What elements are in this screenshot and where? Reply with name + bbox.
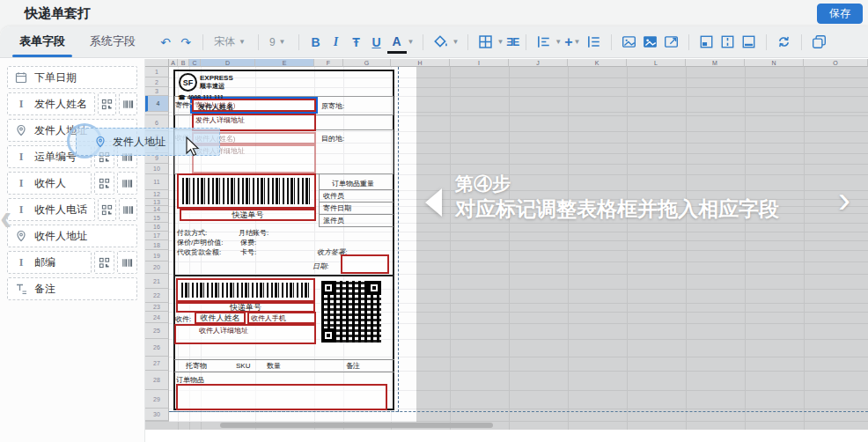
column-header-J[interactable]: J bbox=[509, 59, 568, 67]
column-header-G[interactable]: G bbox=[343, 59, 391, 67]
font-size-select[interactable]: 9▼ bbox=[266, 36, 291, 48]
order-items-field[interactable] bbox=[176, 384, 387, 410]
row-header-26[interactable]: 26 bbox=[145, 339, 169, 357]
column-header-L[interactable]: L bbox=[627, 59, 686, 67]
collapse-sidebar-icon[interactable]: ‹ bbox=[0, 200, 11, 235]
row-header-10[interactable]: 10 bbox=[145, 164, 169, 174]
barcode-icon[interactable] bbox=[117, 251, 137, 274]
row-header-16[interactable]: 16 bbox=[145, 223, 169, 232]
sender-name-field[interactable]: 寄件人(姓名)发件人姓名 bbox=[192, 99, 316, 112]
row-header-18[interactable]: 18 bbox=[145, 240, 169, 250]
grid-corner[interactable] bbox=[145, 59, 169, 67]
insert-icon[interactable]: + bbox=[564, 29, 572, 55]
column-header-B[interactable]: B bbox=[178, 59, 189, 67]
sync-icon[interactable] bbox=[776, 34, 791, 49]
font-color-button[interactable]: A bbox=[387, 33, 407, 54]
barcode-icon[interactable] bbox=[117, 172, 137, 195]
outdent-icon[interactable] bbox=[586, 34, 601, 49]
sidebar-field-发件人姓名[interactable]: I发件人姓名 bbox=[7, 92, 95, 115]
borders-icon[interactable] bbox=[478, 34, 493, 49]
next-step-icon[interactable]: › bbox=[838, 179, 850, 221]
image-filled-icon[interactable] bbox=[643, 34, 658, 49]
sidebar-field-收件人[interactable]: I收件人 bbox=[7, 172, 92, 195]
sidebar-field-收件人电话[interactable]: I收件人电话 bbox=[7, 198, 95, 221]
row-header-14[interactable]: 14 bbox=[145, 206, 169, 213]
date-box[interactable] bbox=[341, 254, 389, 274]
row-header-27[interactable]: 27 bbox=[145, 357, 169, 371]
bold-button[interactable]: B bbox=[306, 29, 326, 55]
row-header-2[interactable]: 2 bbox=[145, 77, 169, 87]
column-header-N[interactable]: N bbox=[745, 59, 804, 67]
chevron-down-icon[interactable]: ▼ bbox=[574, 38, 581, 46]
sidebar-field-备注[interactable]: 备注 bbox=[7, 277, 137, 300]
row-header-23[interactable]: 23 bbox=[145, 303, 169, 312]
image-link-icon[interactable] bbox=[664, 34, 679, 49]
tab-form-fields[interactable]: 表单字段 bbox=[14, 26, 70, 58]
row-header-24[interactable]: 24 bbox=[145, 312, 169, 323]
align-icon[interactable] bbox=[536, 34, 551, 49]
row-header-4[interactable]: 4 bbox=[145, 96, 169, 112]
qr-code-icon[interactable] bbox=[94, 251, 114, 274]
tab-system-fields[interactable]: 系统字段 bbox=[85, 26, 141, 58]
redo-icon[interactable]: ↷ bbox=[176, 29, 195, 55]
undo-icon[interactable]: ↶ bbox=[156, 29, 175, 55]
sidebar-field-邮编[interactable]: I邮编 bbox=[7, 251, 92, 274]
row-header-21[interactable]: 21 bbox=[145, 274, 169, 289]
barcode-icon[interactable] bbox=[119, 92, 137, 115]
doc-fill-icon[interactable] bbox=[699, 34, 714, 49]
column-header-K[interactable]: K bbox=[568, 59, 627, 67]
row-header-13[interactable]: 13 bbox=[145, 199, 169, 206]
qr-code-icon[interactable] bbox=[98, 92, 116, 115]
waybill-barcode-2[interactable] bbox=[176, 278, 315, 302]
row-header-15[interactable]: 15 bbox=[145, 213, 169, 223]
horizontal-scrollbar[interactable] bbox=[220, 423, 493, 428]
column-header-M[interactable]: M bbox=[686, 59, 745, 67]
row-header-17[interactable]: 17 bbox=[145, 232, 169, 240]
row-header-11[interactable]: 11 bbox=[145, 174, 169, 190]
column-header-H[interactable]: H bbox=[391, 59, 450, 67]
row-header-25[interactable]: 25 bbox=[145, 323, 169, 339]
receiver-name-field[interactable]: 收件人姓名 bbox=[195, 312, 246, 324]
italic-button[interactable]: I bbox=[327, 29, 346, 55]
row-header-30[interactable]: 30 bbox=[145, 409, 169, 421]
font-family-select[interactable]: 宋体▼ bbox=[210, 34, 251, 49]
row-header-1[interactable]: 1 bbox=[145, 67, 169, 77]
strikethrough-button[interactable]: Ŧ bbox=[347, 29, 366, 55]
column-header-F[interactable]: F bbox=[314, 59, 343, 67]
underline-button[interactable]: U bbox=[367, 29, 386, 55]
copy-icon[interactable] bbox=[812, 34, 827, 49]
qr-code[interactable] bbox=[321, 281, 381, 343]
row-header-20[interactable]: 20 bbox=[145, 262, 169, 274]
split-columns-icon[interactable] bbox=[720, 34, 735, 49]
row-header-28[interactable]: 28 bbox=[145, 371, 169, 390]
column-header-O[interactable]: O bbox=[804, 59, 868, 67]
row-header-3[interactable]: 3 bbox=[145, 87, 169, 96]
split-rows-icon[interactable] bbox=[741, 34, 756, 49]
receiver-address-field[interactable]: 收件人详细地址 bbox=[174, 324, 316, 344]
column-header-D[interactable]: D bbox=[201, 59, 255, 67]
row-header-22[interactable]: 22 bbox=[145, 289, 169, 303]
sidebar-field-收件人地址[interactable]: 收件人地址 bbox=[7, 225, 137, 247]
column-header-I[interactable]: I bbox=[450, 59, 509, 67]
row-header-29[interactable]: 29 bbox=[145, 390, 169, 409]
row-header-12[interactable]: 12 bbox=[145, 190, 169, 199]
column-header-A[interactable]: A bbox=[169, 59, 178, 67]
barcode-icon[interactable] bbox=[119, 198, 137, 221]
prev-step-icon[interactable] bbox=[425, 188, 442, 217]
chevron-down-icon[interactable]: ▼ bbox=[452, 38, 459, 46]
receiver-phone-field[interactable]: 收件人手机 bbox=[247, 312, 316, 324]
qr-code-icon[interactable] bbox=[94, 172, 114, 195]
image-icon[interactable] bbox=[622, 34, 636, 49]
row-header-19[interactable]: 19 bbox=[145, 250, 169, 262]
column-header-C[interactable]: C bbox=[189, 59, 201, 67]
waybill-number-field[interactable]: 快递单号 bbox=[180, 209, 316, 221]
save-button[interactable]: 保存 bbox=[817, 4, 863, 24]
merge-cells-icon[interactable]: ƎE bbox=[506, 36, 519, 48]
sidebar-field-下单日期[interactable]: 下单日期 bbox=[7, 66, 137, 89]
chevron-down-icon[interactable]: ▼ bbox=[408, 38, 415, 46]
qr-code-icon[interactable] bbox=[98, 198, 116, 221]
design-canvas[interactable]: SF EXPRESS 顺丰速运 ☎ 4008 111 111 寄件:寄件人(姓名… bbox=[145, 59, 868, 430]
label-sheet[interactable]: SF EXPRESS 顺丰速运 ☎ 4008 111 111 寄件:寄件人(姓名… bbox=[169, 67, 416, 422]
waybill-barcode-field[interactable] bbox=[177, 173, 316, 209]
column-header-E[interactable]: E bbox=[255, 59, 314, 67]
